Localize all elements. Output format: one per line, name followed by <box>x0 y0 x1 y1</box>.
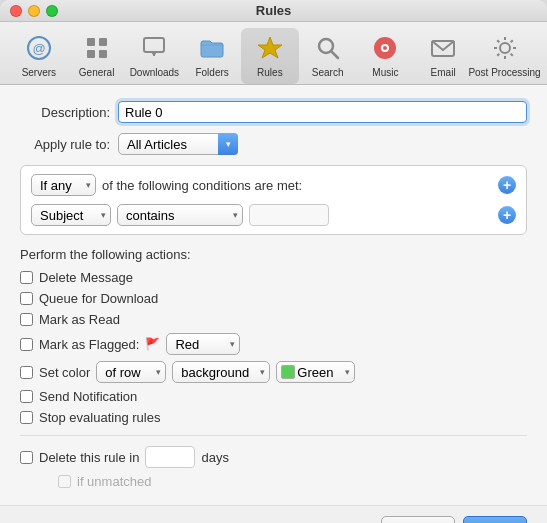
svg-marker-9 <box>258 37 282 58</box>
set-color-of-select[interactable]: of row of text <box>96 361 166 383</box>
svg-line-11 <box>331 51 338 58</box>
condition-row: Subject From Date ▾ contains does not co… <box>31 204 516 226</box>
condition-field-wrapper: Subject From Date ▾ <box>31 204 111 226</box>
toolbar-item-folders[interactable]: Folders <box>183 28 241 84</box>
toolbar-item-general[interactable]: General <box>68 28 126 84</box>
condition-value-input[interactable] <box>249 204 329 226</box>
svg-rect-5 <box>99 50 107 58</box>
toolbar-label-servers: Servers <box>22 67 56 78</box>
toolbar-item-email[interactable]: Email <box>414 28 472 84</box>
footer: Cancel Save <box>0 505 547 523</box>
svg-line-23 <box>510 40 512 42</box>
add-condition-button[interactable]: + <box>498 176 516 194</box>
toolbar-item-music[interactable]: Music <box>357 28 415 84</box>
if-any-select[interactable]: If any If all <box>31 174 96 196</box>
stop-evaluating-checkbox[interactable] <box>20 411 33 424</box>
cancel-button[interactable]: Cancel <box>381 516 455 523</box>
actions-title: Perform the following actions: <box>20 247 527 262</box>
delete-message-row: Delete Message <box>20 270 527 285</box>
rules-icon <box>254 32 286 64</box>
stop-evaluating-row: Stop evaluating rules <box>20 410 527 425</box>
mark-read-label: Mark as Read <box>39 312 120 327</box>
mark-read-checkbox[interactable] <box>20 313 33 326</box>
condition-op-wrapper: contains does not contain is ▾ <box>117 204 243 226</box>
svg-rect-3 <box>99 38 107 46</box>
condition-field-select[interactable]: Subject From Date <box>31 204 111 226</box>
toolbar-item-postprocessing[interactable]: Post Processing <box>472 28 537 84</box>
toolbar-label-search: Search <box>312 67 344 78</box>
days-suffix: days <box>201 450 228 465</box>
condition-op-select[interactable]: contains does not contain is <box>117 204 243 226</box>
apply-row: Apply rule to: All Articles New Articles… <box>20 133 527 155</box>
zoom-button[interactable] <box>46 5 58 17</box>
titlebar: Rules <box>0 0 547 22</box>
toolbar-label-rules: Rules <box>257 67 283 78</box>
stop-evaluating-label: Stop evaluating rules <box>39 410 160 425</box>
flag-icon: 🚩 <box>145 337 160 351</box>
days-input[interactable] <box>145 446 195 468</box>
if-unmatched-row: if unmatched <box>58 474 527 489</box>
delete-rule-checkbox[interactable] <box>20 451 33 464</box>
toolbar-label-folders: Folders <box>195 67 228 78</box>
svg-line-21 <box>497 40 499 42</box>
apply-label: Apply rule to: <box>20 137 110 152</box>
email-icon <box>427 32 459 64</box>
delete-rule-label: Delete this rule in <box>39 450 139 465</box>
queue-download-label: Queue for Download <box>39 291 158 306</box>
color-value-select[interactable]: Green Red Blue <box>276 361 355 383</box>
flagged-color-wrapper: Red Orange Yellow ▾ <box>166 333 240 355</box>
folders-icon <box>196 32 228 64</box>
svg-text:@: @ <box>32 41 45 56</box>
if-any-wrapper: If any If all ▾ <box>31 174 96 196</box>
set-color-part-wrapper: background foreground ▾ <box>172 361 270 383</box>
close-button[interactable] <box>10 5 22 17</box>
minimize-button[interactable] <box>28 5 40 17</box>
queue-download-checkbox[interactable] <box>20 292 33 305</box>
delete-message-checkbox[interactable] <box>20 271 33 284</box>
toolbar-item-rules[interactable]: Rules <box>241 28 299 84</box>
toolbar-item-downloads[interactable]: Downloads <box>126 28 184 84</box>
toolbar: @ Servers General <box>0 22 547 85</box>
toolbar-item-servers[interactable]: @ Servers <box>10 28 68 84</box>
send-notification-row: Send Notification <box>20 389 527 404</box>
description-input[interactable] <box>118 101 527 123</box>
set-color-row: Set color of row of text ▾ background fo… <box>20 361 527 383</box>
servers-icon: @ <box>23 32 55 64</box>
mark-read-row: Mark as Read <box>20 312 527 327</box>
actions-section: Perform the following actions: Delete Me… <box>20 247 527 425</box>
set-color-of-wrapper: of row of text ▾ <box>96 361 166 383</box>
toolbar-label-email: Email <box>431 67 456 78</box>
toolbar-item-search[interactable]: Search <box>299 28 357 84</box>
downloads-icon <box>138 32 170 64</box>
svg-rect-6 <box>144 38 164 52</box>
mark-flagged-row: Mark as Flagged: 🚩 Red Orange Yellow ▾ <box>20 333 527 355</box>
svg-rect-4 <box>87 50 95 58</box>
toolbar-label-music: Music <box>372 67 398 78</box>
content-area: Description: Apply rule to: All Articles… <box>0 85 547 505</box>
svg-point-16 <box>500 43 510 53</box>
set-color-checkbox[interactable] <box>20 366 33 379</box>
toolbar-label-postprocessing: Post Processing <box>468 67 540 78</box>
save-button[interactable]: Save <box>463 516 527 523</box>
postprocessing-icon <box>489 32 521 64</box>
set-color-label: Set color <box>39 365 90 380</box>
svg-line-22 <box>510 54 512 56</box>
apply-select[interactable]: All Articles New Articles Old Articles <box>118 133 238 155</box>
description-label: Description: <box>20 105 110 120</box>
color-value-wrapper: Green Red Blue ▾ <box>276 361 355 383</box>
if-unmatched-checkbox[interactable] <box>58 475 71 488</box>
toolbar-label-general: General <box>79 67 115 78</box>
flagged-color-select[interactable]: Red Orange Yellow <box>166 333 240 355</box>
send-notification-checkbox[interactable] <box>20 390 33 403</box>
window-title: Rules <box>256 3 291 18</box>
svg-line-24 <box>497 54 499 56</box>
music-icon <box>369 32 401 64</box>
set-color-part-select[interactable]: background foreground <box>172 361 270 383</box>
mark-flagged-checkbox[interactable] <box>20 338 33 351</box>
if-unmatched-label: if unmatched <box>77 474 151 489</box>
add-condition-row-button[interactable]: + <box>498 206 516 224</box>
toolbar-label-downloads: Downloads <box>130 67 179 78</box>
rules-window: Rules @ Servers General <box>0 0 547 523</box>
conditions-box: If any If all ▾ of the following conditi… <box>20 165 527 235</box>
queue-download-row: Queue for Download <box>20 291 527 306</box>
